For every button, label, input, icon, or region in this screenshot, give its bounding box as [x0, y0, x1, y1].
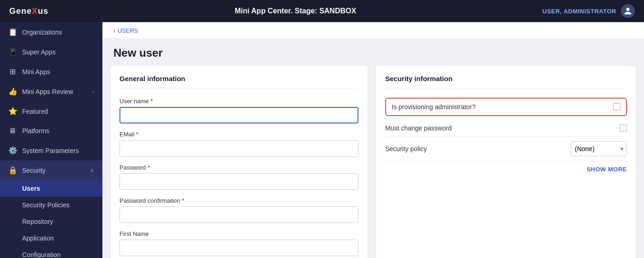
- show-more-button[interactable]: SHOW MORE: [385, 161, 627, 175]
- mini-apps-review-icon: 👍: [8, 87, 17, 96]
- sidebar-sub-label-application: Application: [22, 235, 54, 242]
- avatar[interactable]: [621, 4, 635, 18]
- password-input[interactable]: [119, 173, 358, 190]
- sidebar-label-system-parameters: System Parameters: [22, 147, 79, 154]
- sidebar-item-mini-apps-review[interactable]: 👍 Mini Apps Review ›: [0, 82, 102, 101]
- platforms-icon: 🖥: [8, 127, 17, 135]
- breadcrumb: ‹ USERS: [102, 22, 644, 39]
- user-name-input[interactable]: [119, 107, 358, 123]
- provisioning-admin-row: Is provisioning administrator?: [385, 98, 627, 116]
- email-input[interactable]: [119, 140, 358, 157]
- logo-text: GeneXus: [9, 6, 48, 16]
- sidebar-label-security: Security: [22, 167, 46, 174]
- header-title: Mini App Center. Stage: SANDBOX: [48, 7, 543, 15]
- security-info-card: Security information Is provisioning adm…: [376, 65, 637, 258]
- sidebar-label-platforms: Platforms: [22, 127, 49, 135]
- sidebar-label-featured: Featured: [22, 108, 48, 115]
- sidebar-sub-label-configuration: Configuration: [22, 251, 60, 258]
- chevron-right-icon: ›: [92, 88, 94, 95]
- page-title: New user: [113, 47, 633, 59]
- provisioning-admin-label: Is provisioning administrator?: [392, 103, 608, 111]
- sidebar-label-super-apps: Super Apps: [22, 48, 55, 56]
- sidebar-item-organizations[interactable]: 📋 Organizations: [0, 22, 102, 42]
- security-icon: 🔒: [8, 166, 17, 175]
- back-arrow-icon: ‹: [113, 27, 116, 34]
- sidebar-sub-item-users[interactable]: Users: [0, 180, 102, 197]
- general-info-card: General information User name * EMail * …: [110, 65, 368, 258]
- sidebar-sub-item-repository[interactable]: Repository: [0, 213, 102, 230]
- general-info-title: General information: [119, 75, 358, 88]
- featured-icon: ⭐: [8, 107, 17, 116]
- user-name: USER, ADMINISTRATOR: [543, 8, 616, 15]
- sidebar-label-organizations: Organizations: [22, 29, 62, 36]
- sidebar-label-mini-apps: Mini Apps: [22, 68, 50, 76]
- breadcrumb-back-button[interactable]: ‹ USERS: [113, 27, 138, 34]
- sidebar-sub-label-users: Users: [22, 185, 40, 192]
- password-confirmation-group: Password confirmation *: [119, 197, 358, 223]
- sidebar: 📋 Organizations 📱 Super Apps ⊞ Mini Apps…: [0, 22, 102, 258]
- main-content: ‹ USERS New user General information Use…: [102, 22, 644, 258]
- sidebar-item-super-apps[interactable]: 📱 Super Apps: [0, 42, 102, 62]
- sidebar-label-mini-apps-review: Mini Apps Review: [22, 88, 73, 95]
- security-info-title: Security information: [385, 75, 627, 88]
- first-name-label: First Name: [119, 230, 358, 237]
- password-confirmation-label: Password confirmation *: [119, 197, 358, 204]
- must-change-password-label: Must change password: [385, 124, 614, 132]
- organizations-icon: 📋: [8, 28, 17, 36]
- security-policy-row: Security policy (None) Standard High Sec…: [385, 137, 627, 161]
- must-change-password-row: Must change password: [385, 120, 627, 137]
- sidebar-sub-label-repository: Repository: [22, 218, 53, 225]
- system-parameters-icon: ⚙️: [8, 146, 17, 155]
- sidebar-sub-item-application[interactable]: Application: [0, 230, 102, 246]
- sidebar-item-featured[interactable]: ⭐ Featured: [0, 101, 102, 121]
- user-name-group: User name *: [119, 98, 358, 123]
- security-policy-select-wrapper: (None) Standard High Security: [571, 141, 627, 156]
- password-confirmation-input[interactable]: [119, 206, 358, 223]
- sidebar-sub-item-security-policies[interactable]: Security Policies: [0, 197, 102, 213]
- must-change-password-checkbox[interactable]: [620, 124, 627, 132]
- page-header: New user: [102, 39, 644, 65]
- first-name-input[interactable]: [119, 240, 358, 256]
- chevron-up-icon: ∧: [90, 167, 94, 174]
- email-label: EMail *: [119, 131, 358, 138]
- sidebar-item-security[interactable]: 🔒 Security ∧: [0, 160, 102, 180]
- first-name-group: First Name: [119, 230, 358, 256]
- sidebar-sub-label-security-policies: Security Policies: [22, 201, 70, 209]
- super-apps-icon: 📱: [8, 47, 17, 56]
- header-user: USER, ADMINISTRATOR: [543, 4, 635, 18]
- content-area: General information User name * EMail * …: [102, 65, 644, 258]
- mini-apps-icon: ⊞: [8, 67, 17, 76]
- user-name-label: User name *: [119, 98, 358, 105]
- logo: GeneXus: [9, 6, 48, 16]
- sidebar-item-platforms[interactable]: 🖥 Platforms: [0, 121, 102, 141]
- security-policy-select[interactable]: (None) Standard High Security: [571, 141, 627, 156]
- password-group: Password *: [119, 164, 358, 190]
- app-header: GeneXus Mini App Center. Stage: SANDBOX …: [0, 0, 644, 22]
- security-policy-label: Security policy: [385, 145, 571, 152]
- sidebar-item-mini-apps[interactable]: ⊞ Mini Apps: [0, 62, 102, 82]
- password-label: Password *: [119, 164, 358, 171]
- sidebar-item-system-parameters[interactable]: ⚙️ System Parameters: [0, 141, 102, 160]
- breadcrumb-label: USERS: [118, 27, 138, 34]
- provisioning-admin-checkbox[interactable]: [613, 103, 620, 111]
- email-group: EMail *: [119, 131, 358, 157]
- sidebar-sub-item-configuration[interactable]: Configuration: [0, 246, 102, 258]
